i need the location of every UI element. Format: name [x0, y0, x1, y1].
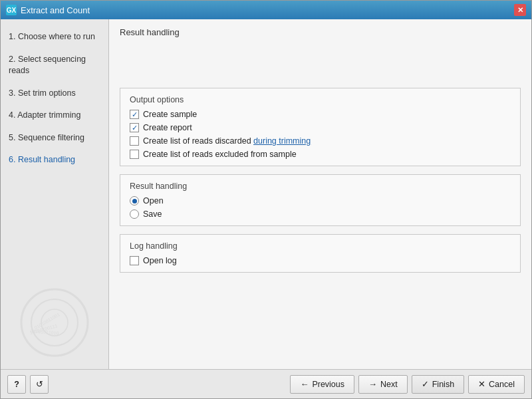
create-excluded-label: Create list of reads excluded from sampl… — [143, 150, 297, 159]
finish-check-icon: ✓ — [422, 379, 429, 389]
create-discarded-text-before: Create list of reads discarded — [143, 136, 253, 146]
help-button[interactable]: ? — [7, 375, 26, 394]
open-log-label: Open log — [143, 256, 177, 265]
content-area: 1. Choose where to run 2. Select sequenc… — [1, 19, 531, 369]
save-label: Save — [143, 209, 162, 219]
next-arrow-icon: → — [368, 379, 377, 389]
result-handling-section: Result handling Open Save — [120, 174, 521, 226]
sidebar: 1. Choose where to run 2. Select sequenc… — [1, 19, 109, 369]
log-handling-section: Log handling Open log — [120, 234, 521, 273]
previous-button[interactable]: ← Previous — [290, 375, 354, 394]
refresh-button[interactable]: ↺ — [30, 375, 49, 394]
footer-right: ← Previous → Next ✓ Finish ✕ Cancel — [290, 375, 525, 394]
watermark: 01010011001 10110100111 01001011010 — [1, 283, 108, 362]
footer-left: ? ↺ — [7, 375, 49, 394]
title-bar: GX Extract and Count ✕ — [1, 1, 531, 19]
sidebar-item-result-handling[interactable]: 6. Result handling — [1, 149, 108, 172]
main-window: GX Extract and Count ✕ 1. Choose where t… — [0, 0, 532, 399]
next-label: Next — [380, 380, 398, 389]
open-radio-row: Open — [130, 196, 511, 205]
open-log-row: Open log — [130, 256, 511, 265]
svg-text:01010011001: 01010011001 — [34, 312, 61, 331]
svg-point-0 — [21, 289, 88, 356]
cancel-button[interactable]: ✕ Cancel — [468, 375, 525, 394]
create-sample-row: Create sample — [130, 110, 511, 119]
cancel-x-icon: ✕ — [478, 379, 485, 389]
footer: ? ↺ ← Previous → Next ✓ Finish ✕ Cancel — [1, 369, 531, 398]
open-radio[interactable] — [130, 196, 139, 205]
refresh-icon: ↺ — [36, 379, 43, 389]
create-report-label: Create report — [143, 123, 192, 132]
create-excluded-row: Create list of reads excluded from sampl… — [130, 150, 511, 159]
previous-label: Previous — [312, 380, 344, 389]
sidebar-item-select-reads[interactable]: 2. Select sequencing reads — [1, 49, 108, 82]
svg-text:01001011010: 01001011010 — [30, 329, 59, 336]
create-report-row: Create report — [130, 123, 511, 132]
prev-arrow-icon: ← — [300, 379, 309, 389]
svg-point-1 — [31, 299, 78, 346]
create-excluded-checkbox[interactable] — [130, 150, 139, 159]
output-options-section: Output options Create sample Create repo… — [120, 88, 521, 166]
create-discarded-link[interactable]: during trimming — [253, 136, 311, 146]
create-discarded-checkbox[interactable] — [130, 136, 139, 146]
sidebar-item-trim-options[interactable]: 3. Set trim options — [1, 82, 108, 105]
cancel-label: Cancel — [489, 380, 515, 389]
close-button[interactable]: ✕ — [514, 4, 526, 16]
open-log-checkbox[interactable] — [130, 256, 139, 265]
create-discarded-label: Create list of reads discarded during tr… — [143, 136, 311, 146]
create-report-checkbox[interactable] — [130, 123, 139, 132]
result-handling-label: Result handling — [130, 182, 511, 191]
create-sample-checkbox[interactable] — [130, 110, 139, 119]
create-sample-label: Create sample — [143, 110, 197, 119]
output-options-label: Output options — [130, 95, 511, 104]
top-spacer — [120, 48, 521, 88]
sidebar-item-adapter-trimming[interactable]: 4. Adapter trimming — [1, 104, 108, 127]
finish-label: Finish — [432, 380, 454, 389]
sidebar-item-sequence-filtering[interactable]: 5. Sequence filtering — [1, 127, 108, 150]
window-title: Extract and Count — [21, 5, 90, 15]
svg-text:10110100111: 10110100111 — [29, 323, 58, 335]
save-radio-row: Save — [130, 209, 511, 219]
next-button[interactable]: → Next — [358, 375, 408, 394]
title-bar-left: GX Extract and Count — [6, 5, 90, 15]
help-icon: ? — [14, 380, 19, 389]
create-discarded-row: Create list of reads discarded during tr… — [130, 136, 511, 146]
finish-button[interactable]: ✓ Finish — [412, 375, 464, 394]
svg-point-2 — [41, 309, 68, 336]
app-icon: GX — [6, 5, 17, 15]
save-radio[interactable] — [130, 209, 139, 219]
main-panel: Result handling Output options Create sa… — [109, 19, 531, 369]
open-label: Open — [143, 196, 164, 205]
panel-title: Result handling — [120, 27, 521, 37]
sidebar-item-choose-where[interactable]: 1. Choose where to run — [1, 26, 108, 49]
log-handling-label: Log handling — [130, 241, 511, 251]
